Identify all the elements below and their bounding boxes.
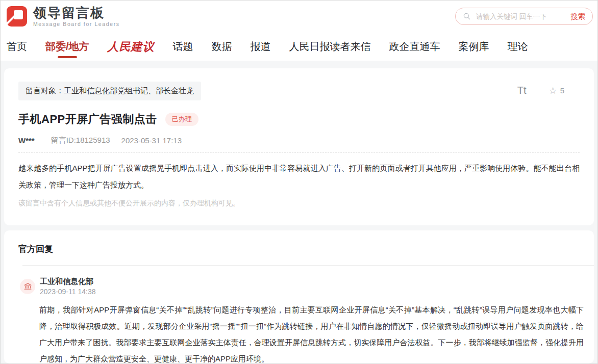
message-card: 留言对象：工业和信息化部党组书记、部长金壮龙 Tt ☆ 5 手机APP开屏广告强…: [4, 68, 594, 225]
main-content: 留言对象：工业和信息化部党组书记、部长金壮龙 Tt ☆ 5 手机APP开屏广告强…: [1, 61, 597, 363]
nav-item-gov-enterprise[interactable]: 政企直通车: [389, 32, 440, 61]
reply-item: 工业和信息化部 2023-09-11 14:38 前期，我部针对APP开屏弹窗信…: [4, 266, 594, 363]
message-target-label: 留言对象：工业和信息化部党组书记、部长金壮龙: [18, 82, 201, 100]
star-icon: ☆: [549, 85, 557, 96]
government-building-icon: [23, 282, 32, 291]
logo-speech-bubble-icon: [6, 5, 28, 28]
nav-item-case-library[interactable]: 案例库: [459, 32, 489, 61]
logo-title: 领导留言板: [33, 6, 120, 20]
search-input[interactable]: [476, 13, 570, 20]
nav-item-reader-letters[interactable]: 人民日报读者来信: [289, 32, 371, 61]
message-body: 越来越多的手机APP把开屏广告设置成摇晃手机即点击进入，而实际使用中非常容易就进…: [18, 160, 580, 193]
reply-timestamp: 2023-09-11 14:38: [40, 288, 96, 296]
official-reply-card: 官方回复 工业和信息化部: [4, 230, 594, 363]
agency-avatar: [20, 279, 35, 294]
message-id: 留言ID:18125913: [51, 136, 110, 145]
message-timestamp: 2023-05-31 17:13: [121, 136, 182, 145]
logo-subtitle: Message Board for Leaders: [33, 21, 120, 27]
main-nav: 首页 部委/地方 人民建议 话题 数据 报道 人民日报读者来信 政企直通车 案例…: [1, 32, 597, 61]
page: 领导留言板 Message Board for Leaders 搜索 首页 部委…: [0, 0, 598, 364]
search-box[interactable]: 搜索: [455, 8, 593, 25]
nav-item-home[interactable]: 首页: [7, 32, 27, 61]
status-badge: 已办理: [165, 113, 198, 126]
nav-item-topics[interactable]: 话题: [173, 32, 193, 61]
search-icon: [463, 12, 471, 20]
reply-body: 前期，我部针对APP开屏弹窗信息“关不掉”“乱跳转”问题进行专项整治，目前主要互…: [39, 302, 584, 363]
search-button[interactable]: 搜索: [570, 12, 585, 21]
top-bar: 领导留言板 Message Board for Leaders 搜索: [1, 1, 597, 32]
favorite-count: 5: [560, 86, 564, 95]
nav-item-theory[interactable]: 理论: [508, 32, 528, 61]
nav-item-ministries-local[interactable]: 部委/地方: [45, 32, 89, 61]
dashed-separator: [18, 152, 580, 153]
message-author: W***: [18, 136, 35, 145]
site-logo[interactable]: 领导留言板 Message Board for Leaders: [6, 5, 120, 28]
privacy-note: 该留言中含有个人信息或其他不便公开展示的内容，仅办理机构可见。: [18, 199, 580, 208]
active-tab-underline: [58, 56, 77, 58]
nav-item-data[interactable]: 数据: [212, 32, 232, 61]
nav-item-peoples-suggestions[interactable]: 人民建议: [108, 32, 155, 61]
reply-section-heading: 官方回复: [4, 230, 594, 265]
font-size-toggle-icon[interactable]: Tt: [517, 85, 527, 96]
nav-item-reports[interactable]: 报道: [251, 32, 271, 61]
reply-agency-name: 工业和信息化部: [40, 277, 96, 285]
message-title: 手机APP开屏广告强制点击: [18, 112, 157, 127]
favorite-button[interactable]: ☆ 5: [549, 85, 564, 96]
